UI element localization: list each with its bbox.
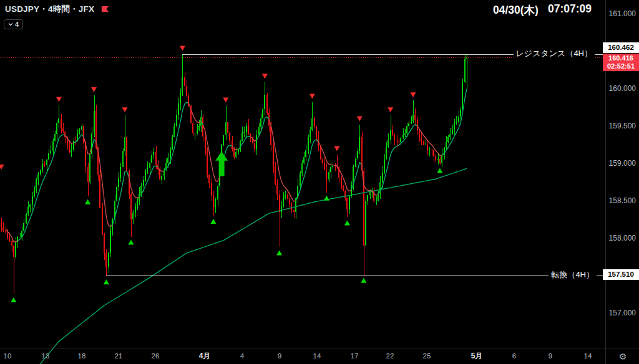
resistance-line-label[interactable]: レジスタンス（4H） bbox=[514, 49, 595, 59]
time-axis-label: 14 bbox=[313, 352, 321, 360]
buy-signal-triangle-icon bbox=[344, 220, 350, 225]
time-axis-label: 10 bbox=[4, 352, 12, 360]
sell-signal-triangle-icon bbox=[0, 165, 4, 170]
sell-signal-triangle-icon bbox=[334, 146, 339, 151]
sell-signal-triangle-icon bbox=[122, 107, 128, 112]
buy-signal-triangle-icon bbox=[210, 219, 216, 224]
chevron-down-icon bbox=[8, 22, 13, 27]
price-axis-label: 159.000 bbox=[609, 159, 637, 168]
sell-signal-triangle-icon bbox=[411, 92, 416, 97]
current-price-badge: 160.416 02:52:51 bbox=[603, 54, 639, 71]
slow-ma-line[interactable] bbox=[34, 168, 467, 364]
buy-signal-triangle-icon bbox=[324, 196, 329, 201]
sell-signal-triangle-icon bbox=[91, 87, 97, 92]
legend-collapse-button[interactable]: 4 bbox=[4, 19, 23, 29]
time-axis-label: 25 bbox=[423, 352, 431, 360]
buy-signal-triangle-icon bbox=[276, 250, 282, 255]
price-axis-label: 161.000 bbox=[609, 9, 637, 18]
price-axis-label: 159.500 bbox=[609, 122, 637, 130]
time-axis-label: 22 bbox=[386, 352, 394, 360]
time-axis-label: 26 bbox=[152, 352, 160, 360]
sell-signal-triangle-icon bbox=[262, 74, 268, 79]
time-axis-label: 21 bbox=[115, 352, 123, 360]
sell-signal-triangle-icon bbox=[56, 97, 62, 102]
settings-gear-icon[interactable]: ⚙ bbox=[617, 350, 629, 363]
current-price-value: 160.416 bbox=[603, 54, 639, 62]
sell-signal-triangle-icon bbox=[180, 46, 185, 51]
time-axis-label: 6 bbox=[512, 352, 516, 360]
price-axis-label: 158.500 bbox=[609, 196, 637, 205]
time-axis-label: 4月 bbox=[199, 352, 211, 360]
bar-countdown: 02:52:51 bbox=[603, 62, 639, 70]
interval-label: 4 bbox=[15, 21, 19, 28]
buy-signal-triangle-icon bbox=[361, 278, 366, 283]
buy-signal-triangle-icon bbox=[104, 279, 109, 284]
price-axis-label: 157.000 bbox=[609, 309, 637, 317]
sell-signal-triangle-icon bbox=[357, 117, 363, 122]
price-axis-label: 158.000 bbox=[609, 234, 637, 242]
buy-signal-triangle-icon bbox=[11, 297, 16, 302]
conversion-price-badge: 157.510 bbox=[603, 269, 639, 280]
clock-date: 04/30(木) bbox=[493, 2, 539, 17]
flag-icon[interactable] bbox=[100, 5, 110, 14]
candles bbox=[1, 54, 467, 294]
buy-signal-triangle-icon bbox=[437, 168, 442, 173]
sell-signal-triangle-icon bbox=[310, 94, 315, 99]
time-axis-label: 9 bbox=[549, 352, 552, 360]
sell-signal-triangle-icon bbox=[223, 98, 228, 103]
clock-time: 07:07:09 bbox=[548, 2, 592, 17]
conversion-line-label[interactable]: 転換（4H） bbox=[549, 270, 597, 280]
time-axis-label: 18 bbox=[78, 352, 86, 360]
time-axis-label: 4 bbox=[240, 352, 245, 360]
time-axis-label: 5月 bbox=[471, 352, 483, 360]
time-axis-label: 14 bbox=[584, 352, 592, 360]
datetime-clock: 04/30(木) 07:07:09 bbox=[493, 2, 592, 17]
chart-header: USDJPY・4時間・JFX 4 bbox=[5, 4, 110, 29]
fast-ma-line[interactable] bbox=[6, 89, 467, 242]
time-axis-label: 13 bbox=[42, 352, 50, 360]
time-axis-label: 17 bbox=[351, 352, 359, 360]
chart-window: 161.000160.000159.500159.000158.500158.0… bbox=[0, 0, 639, 364]
buy-signal-triangle-icon bbox=[85, 199, 90, 204]
buy-signal-triangle-icon bbox=[128, 240, 134, 245]
price-axis-label: 160.000 bbox=[609, 84, 637, 93]
time-axis-label: 9 bbox=[278, 352, 281, 360]
symbol-title[interactable]: USDJPY・4時間・JFX bbox=[5, 4, 94, 15]
buy-block-arrow-icon bbox=[215, 151, 228, 176]
resistance-price-badge: 160.462 bbox=[603, 42, 639, 53]
sell-signal-triangle-icon bbox=[388, 107, 393, 112]
signal-markers bbox=[0, 46, 442, 302]
